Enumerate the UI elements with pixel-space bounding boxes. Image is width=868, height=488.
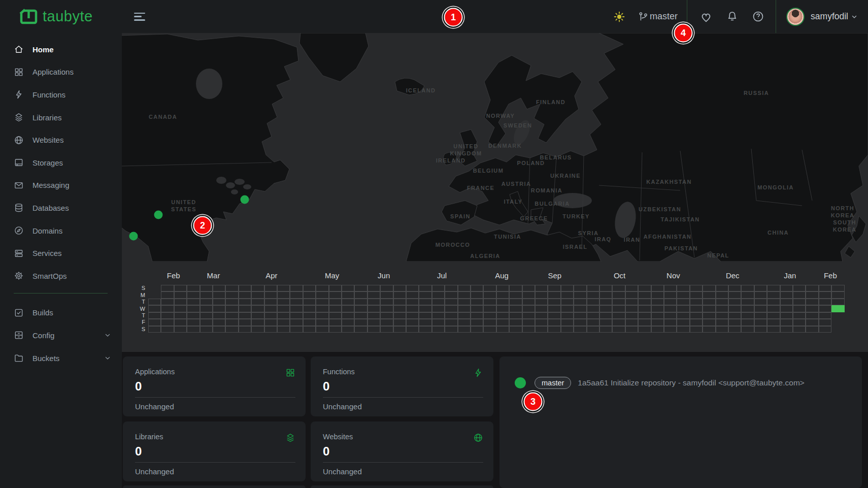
heatmap-cell[interactable] (599, 285, 612, 291)
heatmap-cell[interactable] (793, 326, 806, 333)
heatmap-cell[interactable] (483, 285, 496, 291)
heatmap-cell[interactable] (290, 319, 303, 326)
heatmap-cell[interactable] (548, 326, 560, 333)
heatmap-cell[interactable] (793, 285, 806, 291)
heatmap-cell[interactable] (625, 299, 638, 305)
heatmap-cell[interactable] (213, 299, 225, 305)
heatmap-cell[interactable] (329, 319, 342, 326)
heatmap-cell[interactable] (354, 299, 367, 305)
heatmap-cell[interactable] (767, 285, 780, 291)
heatmap-cell[interactable] (599, 299, 612, 305)
heatmap-cell[interactable] (200, 291, 213, 298)
heatmap-cell[interactable] (419, 285, 431, 291)
heatmap-cell[interactable] (264, 299, 277, 305)
heatmap-cell[interactable] (316, 305, 328, 312)
heatmap-cell[interactable] (483, 326, 496, 333)
heatmap-cell[interactable] (406, 305, 419, 312)
heatmap-cell[interactable] (651, 299, 664, 305)
heatmap-cell[interactable] (380, 312, 393, 319)
heatmap-cell[interactable] (174, 326, 187, 333)
heatmap-cell[interactable] (419, 299, 431, 305)
heatmap-cell[interactable] (277, 291, 290, 298)
heatmap-cell[interactable] (406, 285, 419, 291)
heatmap-cell[interactable] (677, 319, 689, 326)
heatmap-cell[interactable] (406, 312, 419, 319)
heatmap-cell[interactable] (496, 299, 509, 305)
heatmap-cell[interactable] (342, 305, 354, 312)
heatmap-cell[interactable] (432, 291, 445, 298)
heatmap-cell[interactable] (819, 299, 831, 305)
heatmap-cell[interactable] (225, 285, 238, 291)
heatmap-cell[interactable] (535, 299, 548, 305)
heatmap-cell[interactable] (548, 285, 560, 291)
heatmap-cell[interactable] (690, 305, 703, 312)
heatmap-cell[interactable] (161, 326, 174, 333)
heatmap-cell[interactable] (419, 305, 431, 312)
heatmap-cell[interactable] (741, 299, 754, 305)
heatmap-cell[interactable] (380, 319, 393, 326)
heatmap-cell[interactable] (767, 312, 780, 319)
heatmap-cell[interactable] (303, 319, 316, 326)
heatmap-cell[interactable] (354, 326, 367, 333)
heatmap-cell[interactable] (148, 305, 161, 312)
heatmap-cell[interactable] (329, 312, 342, 319)
heatmap-cell[interactable] (574, 285, 586, 291)
heatmap-cell[interactable] (728, 305, 741, 312)
heatmap-cell[interactable] (483, 319, 496, 326)
sidebar-item-functions[interactable]: Functions (0, 83, 122, 106)
heatmap-cell[interactable] (819, 312, 831, 319)
heatmap-cell[interactable] (574, 326, 586, 333)
heatmap-cell[interactable] (342, 285, 354, 291)
heatmap-cell[interactable] (277, 312, 290, 319)
heatmap-cell[interactable] (587, 299, 599, 305)
heatmap-cell[interactable] (664, 299, 677, 305)
heatmap-cell[interactable] (316, 319, 328, 326)
heatmap-cell[interactable] (703, 285, 715, 291)
heatmap-cell[interactable] (458, 312, 471, 319)
heatmap-cell[interactable] (174, 305, 187, 312)
heatmap-cell[interactable] (638, 312, 651, 319)
heatmap-cell[interactable] (574, 299, 586, 305)
heatmap-cell[interactable] (509, 305, 522, 312)
chevron-down-icon[interactable] (851, 13, 858, 20)
heatmap-cell[interactable] (664, 319, 677, 326)
heatmap-cell[interactable] (587, 326, 599, 333)
user-name[interactable]: samyfodil (811, 11, 848, 22)
heatmap-cell[interactable] (728, 312, 741, 319)
heatmap-cell[interactable] (741, 291, 754, 298)
heatmap-cell[interactable] (728, 299, 741, 305)
heatmap-cell[interactable] (612, 299, 625, 305)
heatmap-cell[interactable] (251, 319, 264, 326)
heatmap-cell[interactable] (651, 305, 664, 312)
heatmap-cell[interactable] (174, 299, 187, 305)
stat-card-libraries[interactable]: Libraries0Unchanged (123, 421, 306, 481)
heatmap-cell[interactable] (290, 285, 303, 291)
heatmap-cell[interactable] (754, 305, 767, 312)
heatmap-cell[interactable] (548, 319, 560, 326)
heatmap-cell[interactable] (677, 285, 689, 291)
heatmap-cell[interactable] (522, 299, 535, 305)
sidebar-item-smartops[interactable]: SmartOps (0, 265, 122, 287)
heatmap-cell[interactable] (277, 305, 290, 312)
heatmap-cell[interactable] (806, 305, 818, 312)
heatmap-cell[interactable] (161, 291, 174, 298)
heatmap-cell[interactable] (432, 312, 445, 319)
heatmap-cell[interactable] (471, 319, 483, 326)
heatmap-cell[interactable] (599, 291, 612, 298)
heatmap-cell[interactable] (445, 305, 457, 312)
heatmap-cell[interactable] (264, 291, 277, 298)
heatmap-cell[interactable] (329, 291, 342, 298)
heatmap-cell[interactable] (239, 291, 251, 298)
heatmap-cell[interactable] (651, 326, 664, 333)
heatmap-cell[interactable] (161, 319, 174, 326)
sidebar-item-applications[interactable]: Applications (0, 61, 122, 84)
heatmap-cell[interactable] (342, 312, 354, 319)
heatmap-cell[interactable] (277, 299, 290, 305)
heatmap-cell[interactable] (458, 326, 471, 333)
heatmap-cell[interactable] (264, 326, 277, 333)
heatmap-cell[interactable] (354, 312, 367, 319)
heatmap-cell[interactable] (251, 305, 264, 312)
heatmap-cell[interactable] (174, 285, 187, 291)
heatmap-cell[interactable] (664, 312, 677, 319)
heatmap-cell[interactable] (638, 285, 651, 291)
